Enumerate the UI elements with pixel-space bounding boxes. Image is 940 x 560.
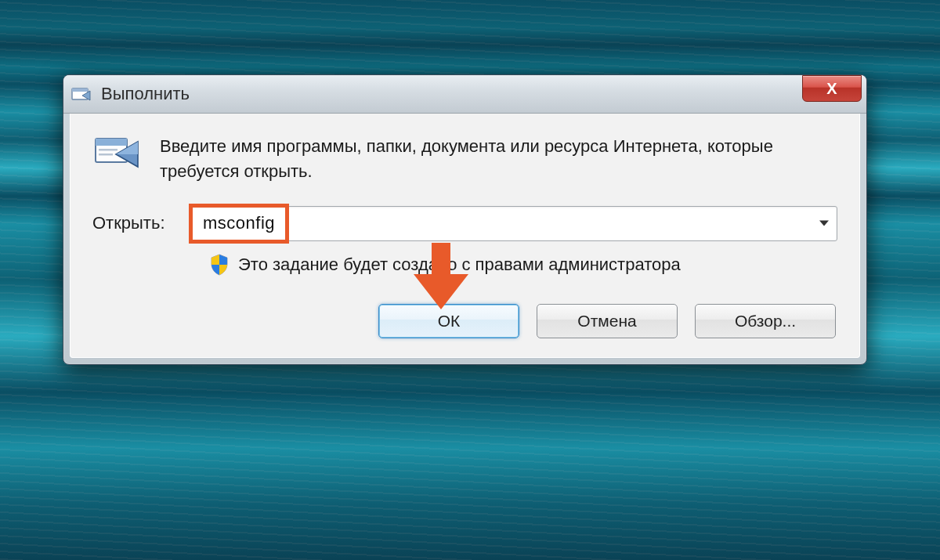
ok-button-label: ОК <box>438 312 461 331</box>
ok-button[interactable]: ОК <box>378 304 519 338</box>
close-button[interactable]: X <box>802 75 862 102</box>
close-icon: X <box>826 80 837 98</box>
annotation-arrow-icon <box>414 243 468 309</box>
browse-button[interactable]: Обзор... <box>695 304 836 338</box>
command-combobox[interactable]: msconfig <box>191 206 837 241</box>
command-input-value: msconfig <box>203 213 275 233</box>
svg-rect-1 <box>72 89 88 92</box>
dialog-title: Выполнить <box>101 84 190 104</box>
dialog-client-area: Введите имя программы, папки, документа … <box>70 114 860 358</box>
cancel-button-label: Отмена <box>577 312 636 331</box>
run-dialog: Выполнить X Введите имя программы <box>63 74 867 365</box>
admin-note: Это задание будет создано с правами адми… <box>238 255 681 275</box>
dropdown-arrow-icon[interactable] <box>819 221 829 226</box>
run-program-icon <box>92 132 141 173</box>
svg-rect-3 <box>96 139 127 146</box>
dialog-description: Введите имя программы, папки, документа … <box>160 132 837 184</box>
run-titlebar-icon <box>71 86 92 102</box>
cancel-button[interactable]: Отмена <box>537 304 678 338</box>
desktop-wallpaper: Выполнить X Введите имя программы <box>0 0 940 560</box>
uac-shield-icon <box>210 254 229 276</box>
svg-rect-4 <box>99 149 118 151</box>
open-label: Открыть: <box>92 213 180 233</box>
browse-button-label: Обзор... <box>735 312 796 331</box>
svg-rect-5 <box>99 154 113 156</box>
titlebar[interactable]: Выполнить X <box>63 75 866 114</box>
